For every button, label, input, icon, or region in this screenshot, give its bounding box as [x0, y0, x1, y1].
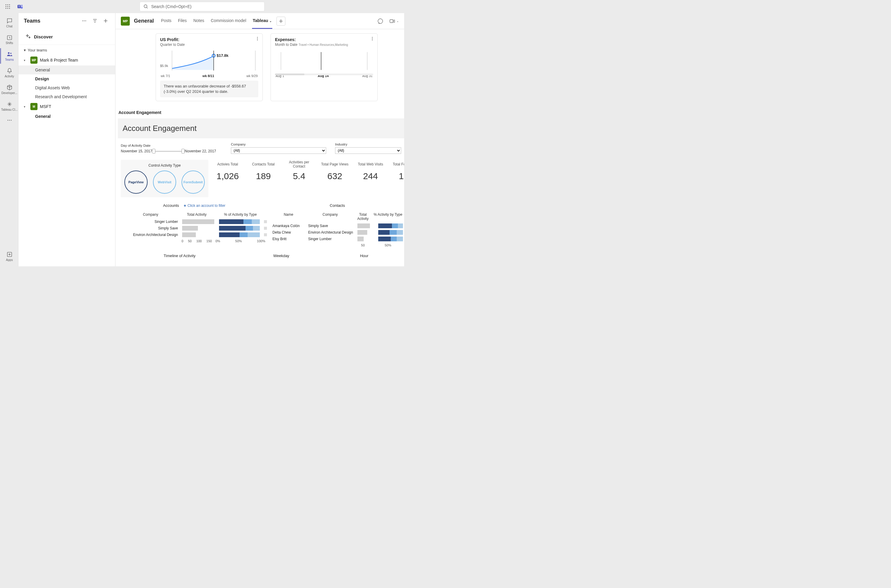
table-row[interactable]: Simply Save	[121, 225, 267, 231]
channel-tab[interactable]: Commission model	[210, 13, 247, 29]
channel-tab[interactable]: Notes	[193, 13, 205, 29]
search-box[interactable]: Search (Cmd+Opt+E)	[140, 2, 264, 11]
your-teams-header[interactable]: ▾ Your teams	[18, 45, 115, 55]
pulse-card[interactable]: US Profit: Quarter to Date $5.9k $17.8k …	[156, 33, 263, 101]
svg-point-2	[9, 4, 10, 5]
industry-filter: Industry (All)	[335, 142, 401, 154]
kpi-tile: Contacts Total189	[247, 160, 280, 197]
svg-point-17	[8, 120, 8, 121]
rail-developer[interactable]: Developer...	[0, 81, 18, 97]
click-filter-hint[interactable]: ★ Click an account to filter	[183, 204, 226, 208]
tableau-icon	[6, 101, 13, 107]
team-avatar: MP	[30, 57, 38, 64]
table-row[interactable]: Elsy Britt Singer Lumber	[270, 236, 404, 242]
bars-chart	[275, 49, 373, 73]
activity-type-toggle[interactable]: WebVisit	[153, 171, 176, 194]
industry-select[interactable]: (All)	[335, 147, 401, 154]
rail-shifts[interactable]: Shifts	[0, 32, 18, 47]
card-title: Expenses:	[275, 37, 373, 42]
svg-point-1	[8, 4, 8, 5]
channel-tab[interactable]: Tableau ⌄	[252, 13, 272, 29]
team-item[interactable]: ▾ M MSFT	[18, 101, 115, 112]
channel-tab[interactable]: Posts	[160, 13, 172, 29]
contacts-table: Contacts Name Company Total Activity % A…	[270, 200, 404, 248]
ae-header: Account Engagement	[118, 118, 404, 138]
svg-point-23	[86, 21, 86, 21]
kpi-tile: Total Web Visits244	[354, 160, 387, 197]
rail-more[interactable]	[0, 115, 18, 126]
cube-icon	[6, 84, 13, 91]
activity-type-control: Control Activity Type PageViewWebVisitFo…	[121, 160, 208, 197]
hour-section: Hour	[324, 251, 404, 260]
rail-teams[interactable]: Teams	[0, 48, 18, 64]
card-more-button[interactable]	[255, 37, 260, 41]
svg-point-16	[10, 52, 11, 54]
conversation-button[interactable]	[376, 16, 385, 26]
more-icon	[6, 117, 13, 123]
app-launcher-button[interactable]	[3, 2, 12, 11]
svg-point-28	[257, 40, 258, 40]
svg-point-11	[21, 5, 22, 6]
caret-down-icon: ▾	[24, 105, 28, 108]
svg-point-12	[144, 5, 147, 8]
rail-activity[interactable]: Activity	[0, 65, 18, 80]
channel-item[interactable]: General	[18, 66, 115, 74]
accounts-table: Accounts ★ Click an account to filter Co…	[121, 200, 267, 248]
kpi-tile: Total Page Views632	[318, 160, 351, 197]
channel-item[interactable]: Design	[18, 74, 115, 83]
pulse-card[interactable]: Expenses: Month to DateTravel • Human Re…	[270, 33, 378, 101]
rail-chat[interactable]: Chat	[0, 15, 18, 30]
svg-point-8	[9, 8, 10, 9]
activity-type-toggle[interactable]: PageView	[124, 171, 148, 194]
teams-icon	[6, 51, 13, 57]
channel-item[interactable]: Research and Development	[18, 92, 115, 101]
table-row[interactable]: Environ Architectural Design	[121, 231, 267, 238]
meet-button[interactable]: ⌄	[389, 16, 399, 26]
date-filter: Day of Activity Date November 15, 2017 N…	[121, 144, 222, 154]
svg-point-33	[372, 37, 373, 38]
svg-text:T: T	[18, 5, 20, 8]
channel-item[interactable]: General	[18, 112, 115, 121]
team-name: MSFT	[40, 104, 51, 109]
panel-filter-button[interactable]	[91, 16, 99, 25]
bell-icon	[6, 68, 13, 74]
activity-type-toggle[interactable]: FormSubmit	[182, 171, 205, 194]
sparkle-icon	[26, 34, 31, 39]
svg-point-0	[6, 4, 6, 5]
card-title: US Profit:	[160, 37, 258, 42]
card-insight: There was an unfavorable decrease of -$5…	[160, 81, 258, 97]
panel-more-button[interactable]	[80, 16, 88, 25]
more-vertical-icon	[370, 37, 374, 41]
card-more-button[interactable]	[370, 37, 374, 41]
app-rail: Chat Shifts Teams Activity Developer... …	[0, 13, 18, 266]
channel-tab[interactable]: Files	[177, 13, 188, 29]
date-range-slider[interactable]: November 15, 2017 November 22, 2017	[121, 148, 216, 154]
discover-button[interactable]: Discover	[18, 28, 115, 45]
caret-down-icon: ▾	[24, 48, 26, 52]
company-filter: Company (All)	[231, 142, 326, 154]
plus-icon	[279, 19, 283, 23]
kpi-tile: Activities per Contact5.4	[283, 160, 315, 197]
search-icon	[144, 4, 148, 9]
rail-apps[interactable]: Apps	[0, 249, 18, 264]
team-item[interactable]: ▾ MP Mark 8 Project Team	[18, 55, 115, 66]
chat-icon	[377, 18, 383, 24]
svg-point-5	[9, 6, 10, 7]
add-tab-button[interactable]	[276, 16, 285, 26]
channel-item[interactable]: Digital Assets Web	[18, 83, 115, 92]
caret-down-icon: ▾	[24, 58, 28, 62]
search-placeholder: Search (Cmd+Opt+E)	[151, 4, 191, 9]
panel-add-button[interactable]	[102, 16, 110, 25]
table-row[interactable]: Delta Chew Environ Architectural Design	[270, 229, 404, 236]
company-select[interactable]: (All)	[231, 147, 326, 154]
table-row[interactable]: Singer Lumber	[121, 218, 267, 225]
table-row[interactable]: Amankaya Colón Simply Save	[270, 223, 404, 229]
rail-tableau[interactable]: Tableau Cl...	[0, 98, 18, 114]
svg-point-7	[8, 8, 8, 9]
plus-icon	[103, 18, 108, 23]
waffle-icon	[5, 4, 10, 9]
panel-title: Teams	[24, 18, 78, 24]
team-avatar: M	[30, 103, 38, 110]
teams-logo-icon: T	[15, 2, 25, 11]
more-icon	[82, 18, 87, 23]
